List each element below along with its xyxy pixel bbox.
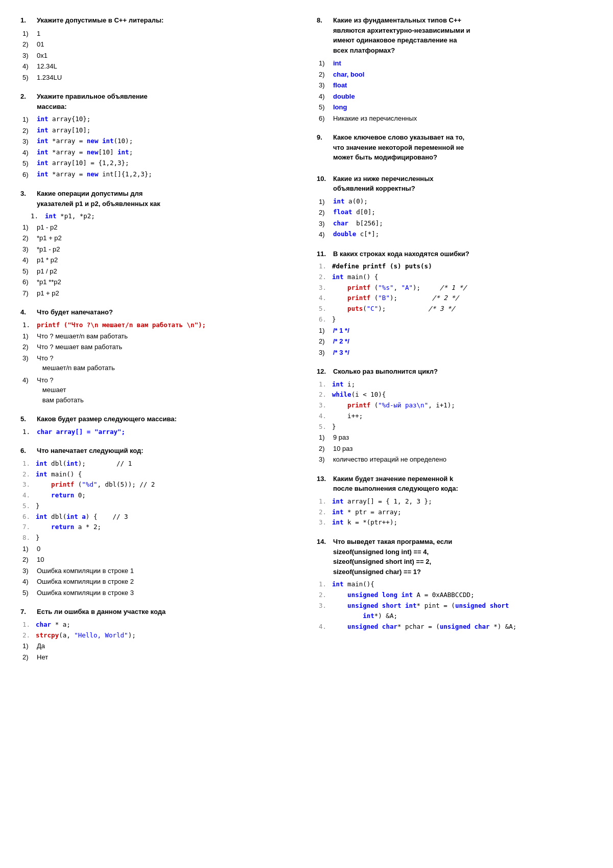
q11-code-6: 6. } [317,315,593,325]
q3-opt5: 5)p1 / p2 [20,266,296,277]
q6-code-4: 4. return 0; [20,491,296,500]
q2-opt2: 2) int array[10]; [20,126,296,136]
q6-opt5: 5)Ошибка компиляции в строке 3 [20,588,296,598]
q13-number: 13. [317,474,331,496]
q6-code-3: 3. printf ("%d", dbl(5)); // 2 [20,480,296,490]
q6-code-8: 8. } [20,533,296,543]
q11-opt1: 1)/* 1 */ [317,326,593,336]
q3-opt3: 3)*p1 - p2 [20,244,296,255]
question-10: 10. Какие из ниже перечисленныхобъявлени… [317,174,593,240]
q11-code-5: 5. puts("C"); /* 3 */ [317,304,593,314]
q9-title: Какое ключевое слово указывает на то,что… [333,132,464,163]
q3-opt4: 4)p1 * p2 [20,255,296,265]
q14-code-1: 1. int main(){ [317,580,593,589]
q8-title: Какие из фундаментальных типов C++являют… [333,15,470,55]
question-4: 4. Что будет напечатано? 1. printf ("Что… [20,307,296,405]
q7-opt1: 1)Да [20,641,296,651]
q13-code-1: 1. int array[] = { 1, 2, 3 }; [317,497,593,507]
q2-number: 2. [20,92,35,113]
q1-opt3: 3)0x1 [20,51,296,61]
q14-code-3: 3. unsigned short int* pint = (unsigned … [317,601,593,611]
q6-code-5: 5. } [20,501,296,511]
q4-code: 1. printf ("Что ?\n мешает/n вам работат… [20,321,296,330]
q6-code-7: 7. return a * 2; [20,522,296,532]
q2-opt1: 1) int array{10}; [20,115,296,125]
q12-number: 12. [317,367,331,379]
q3-opt2: 2)*p1 + p2 [20,233,296,243]
q6-code-6: 6. int dbl(int a) { // 3 [20,512,296,522]
q10-title: Какие из ниже перечисленныхобъявлений ко… [333,174,434,194]
question-6: 6. Что напечатает следующий код: 1. int … [20,446,296,598]
q11-title: В каких строках кода находятся ошибки? [333,249,469,259]
q6-number: 6. [20,446,35,458]
q3-opt7: 7)p1 + p2 [20,288,296,299]
question-13: 13. Каким будет значение переменной kпос… [317,474,593,528]
q8-number: 8. [317,15,331,57]
q2-opt3: 3) int *array = new int(10); [20,136,296,147]
q2-opt5: 5) int array[10] = {1,2,3}; [20,158,296,169]
q12-opt3: 3)количество итераций не определено [317,454,593,465]
q7-title: Есть ли ошибка в данном участке кода [37,607,166,617]
q7-number: 7. [20,607,35,619]
q11-opt3: 3)/* 3 */ [317,348,593,358]
q3-opt1: 1)p1 - p2 [20,222,296,233]
q13-code-3: 3. int k = *(ptr++); [317,518,593,528]
q12-code-5: 5. } [317,422,593,432]
q12-code-3: 3. printf ("%d-ый раз\n", i+1); [317,401,593,410]
q1-opt4: 4)12.34L [20,61,296,72]
q1-opt1: 1)1 [20,29,296,39]
q6-code-2: 2. int main() { [20,470,296,479]
question-14: 14. Что выведет такая программа, еслиsiz… [317,537,593,632]
right-column: 8. Какие из фундаментальных типов C++явл… [317,15,593,662]
q14-number: 14. [317,537,331,579]
q7-opt2: 2)Нет [20,652,296,663]
q6-opt2: 2)10 [20,555,296,565]
q6-opt4: 4)Ошибка компиляции в строке 2 [20,577,296,587]
q12-code-4: 4. i++; [317,412,593,421]
q4-title: Что будет напечатано? [37,307,113,317]
q5-code: 1. char array[] = "array"; [20,427,296,437]
q5-title: Каков будет размер следующего массива: [37,414,177,424]
q10-number: 10. [317,174,331,196]
question-1: 1. Укажите допустимые в C++ литералы: 1)… [20,15,296,82]
q11-code-4: 4. printf ("B"); /* 2 */ [317,293,593,303]
q4-opt2: 2)Что ? мешает вам работать [20,342,296,352]
q2-opt6: 6) int *array = new int[]{1,2,3}; [20,170,296,180]
question-8: 8. Какие из фундаментальных типов C++явл… [317,15,593,123]
q7-code-2: 2. strcpy(a, "Hello, World"); [20,631,296,641]
q14-code-2: 2. unsigned long int A = 0xAABBCCDD; [317,590,593,600]
q10-opt1: 1) int a(0); [317,197,593,207]
q4-opt1: 1)Что ? мешает/n вам работать [20,331,296,341]
q10-opt2: 2) float d[0]; [317,208,593,218]
question-5: 5. Каков будет размер следующего массива… [20,414,296,437]
q3-opt6: 6)*p1 **p2 [20,277,296,287]
q3-title: Какие операции допустимы дляуказателей p… [37,189,160,209]
q2-title: Укажите правильное объявлениемассива: [37,92,148,111]
left-column: 1. Укажите допустимые в C++ литералы: 1)… [20,15,296,662]
q11-number: 11. [317,249,331,261]
q6-title: Что напечатает следующий код: [37,446,144,456]
q12-opt1: 1)9 раз [317,432,593,443]
q10-opt4: 4) double c[*]; [317,230,593,240]
question-12: 12. Сколько раз выполнится цикл? 1. int … [317,367,593,465]
q8-opt6: 6)Никакие из перечисленных [317,113,593,124]
question-7: 7. Есть ли ошибка в данном участке кода … [20,607,296,662]
q12-opt2: 2)10 раз [317,444,593,454]
q8-opt1: 1)int [317,58,593,68]
q4-opt4: 4) Что ? мешает вам работать [20,375,296,405]
q8-opt5: 5)long [317,102,593,112]
q1-opt2: 2)01 [20,39,296,50]
q13-code-2: 2. int * ptr = array; [317,508,593,517]
question-3: 3. Какие операции допустимы дляуказателе… [20,189,296,298]
question-11: 11. В каких строках кода находятся ошибк… [317,249,593,358]
q5-number: 5. [20,414,35,426]
q3-number: 3. [20,189,35,211]
q7-code-1: 1. char * a; [20,620,296,630]
q12-title: Сколько раз выполнится цикл? [333,367,438,377]
q8-opt3: 3)float [317,80,593,90]
q12-code-1: 1. int i; [317,380,593,390]
q13-title: Каким будет значение переменной kпосле в… [333,474,458,494]
q14-code-3b: int*) &A; [317,611,593,621]
q11-code-3: 3. printf ("%s", "A"); /* 1 */ [317,283,593,293]
q8-opt4: 4)double [317,92,593,102]
